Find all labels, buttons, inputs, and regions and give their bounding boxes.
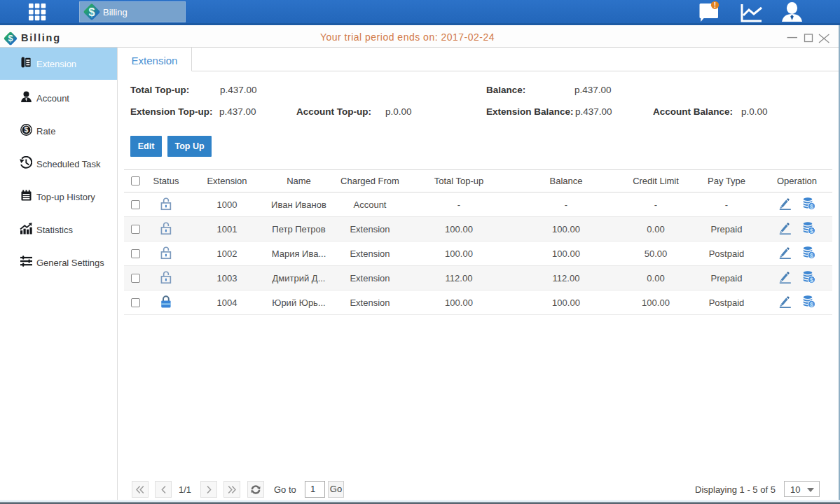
svg-text:$: $ [89,6,95,18]
svg-text:$: $ [24,125,28,134]
svg-text:!: ! [714,1,716,9]
svg-text:$: $ [810,227,813,234]
svg-text:$: $ [810,202,813,209]
svg-text:$: $ [810,251,813,258]
svg-text:$: $ [810,276,813,283]
svg-text:$: $ [810,300,813,307]
